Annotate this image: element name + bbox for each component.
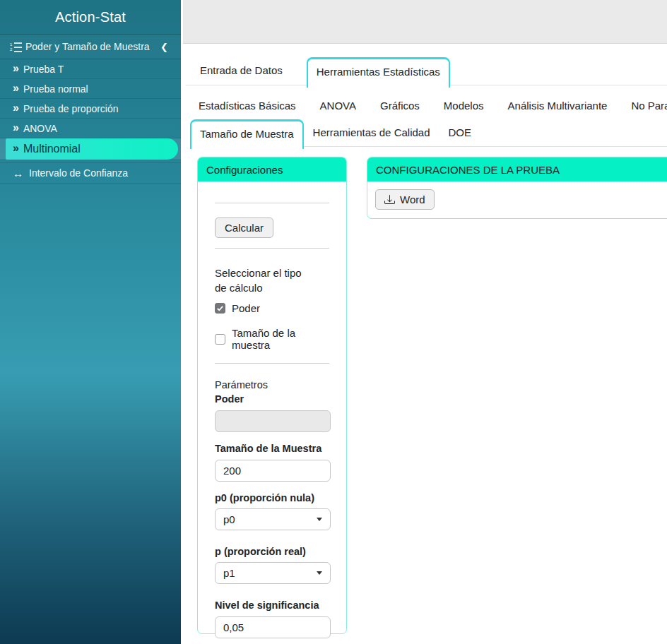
p0-field-label: p0 (proporción nula) [215,492,329,503]
sample-size-field-label: Tamaño de la Muestra [215,443,329,454]
app-title: Action-Stat [0,0,181,35]
tab-tamano-de-muestra[interactable]: Tamaño de Muestra [190,119,304,149]
collapse-chevron-icon[interactable]: ❮ [158,42,171,52]
ordered-list-icon: 1 2 [10,42,22,52]
sidebar-item-label: Intervalo de Confianza [29,167,128,179]
tab-graficos[interactable]: Gráficos [380,95,420,116]
content-area: Entrada de Datos Herramientas Estadístic… [183,44,667,644]
tab-analisis-multivariante[interactable]: Análisis Multivariante [508,95,608,116]
sidebar-item-label: Prueba normal [23,83,88,95]
divider [215,248,329,249]
word-button-label: Word [400,193,425,205]
sample-size-field[interactable] [215,460,331,482]
double-chevron-icon: » [13,102,18,114]
calc-type-label: Seleccionar el tipo de cálculo [215,266,314,295]
power-field-label: Poder [215,393,329,405]
power-field[interactable] [215,410,331,432]
svg-text:1: 1 [10,42,13,46]
left-right-arrow-icon: ↔ [13,168,23,179]
sidebar-item-prueba-normal[interactable]: » Prueba normal [0,79,181,99]
secondary-tabs: Estadísticas Básicas ANOVA Gráficos Mode… [199,95,667,116]
double-chevron-icon: » [13,143,18,154]
main-area: Entrada de Datos Herramientas Estadístic… [181,0,667,644]
p0-select[interactable]: p0 [215,508,331,530]
checkbox-label: Poder [232,302,260,314]
double-chevron-icon: » [13,122,18,133]
parameters-label: Parámetros [215,379,329,390]
divider [215,363,329,364]
results-panel: CONFIGURACIONES DE LA PRUEBA Word [367,157,667,219]
sidebar: Action-Stat 1 2 Poder y Tamaño de Muestr… [0,0,181,644]
tab-doe[interactable]: DOE [439,119,481,146]
checkbox-poder[interactable]: Poder [215,302,329,314]
sidebar-item-label: Prueba de proporción [23,103,119,114]
p1-select[interactable]: p1 [215,562,331,584]
caret-down-icon [317,571,322,575]
sidebar-menu: » Prueba T » Prueba normal » Prueba de p… [0,59,181,184]
p1-select-value: p1 [223,567,235,579]
sidebar-item-prueba-t[interactable]: » Prueba T [0,59,181,79]
tab-entrada-de-datos[interactable]: Entrada de Datos [186,57,297,85]
p0-select-value: p0 [223,513,235,525]
config-panel-title: Configuraciones [198,157,346,181]
checkbox-unchecked-icon[interactable] [215,334,225,345]
sidebar-item-label: Prueba T [23,64,64,75]
sidebar-item-multinomial-selected[interactable]: » Multinomial [6,138,178,160]
svg-text:2: 2 [10,47,13,51]
alpha-field[interactable] [215,616,331,638]
top-gray-bar [183,0,667,44]
sidebar-item-intervalo-de-confianza[interactable]: ↔ Intervalo de Confianza [0,162,181,184]
alpha-field-label: Nivel de significancia [215,600,329,611]
tab-herramientas-estadisticas[interactable]: Herramientas Estadísticas [307,57,450,88]
double-chevron-icon: » [13,63,18,74]
divider [215,203,329,203]
download-icon [384,194,395,205]
p1-field-label: p (proporción real) [215,546,329,557]
sidebar-section-label: Poder y Tamaño de Muestra [25,41,158,52]
checkbox-checked-icon[interactable] [215,303,225,314]
tab-modelos[interactable]: Modelos [444,95,484,116]
tab-estadisticas-basicas[interactable]: Estadísticas Básicas [199,95,296,116]
word-export-button[interactable]: Word [375,189,435,210]
double-chevron-icon: » [13,83,18,94]
tab-herramientas-de-calidad[interactable]: Herramientas de Calidad [304,119,439,146]
sidebar-item-multinomial-row: » Multinomial [0,138,181,160]
sidebar-section-power-sample-size[interactable]: 1 2 Poder y Tamaño de Muestra ❮ [0,35,181,59]
primary-tabs: Entrada de Datos Herramientas Estadístic… [186,57,667,85]
sidebar-item-anova[interactable]: » ANOVA [0,119,181,138]
sidebar-item-prueba-de-proporcion[interactable]: » Prueba de proporción [0,99,181,119]
calculate-button[interactable]: Calcular [215,217,273,238]
tab-no-parametrico[interactable]: No Paramétrico [631,95,667,116]
checkbox-label: Tamaño de la muestra [232,327,329,351]
tab-anova[interactable]: ANOVA [320,95,356,116]
sidebar-item-label: ANOVA [23,123,57,134]
config-panel-body: Calcular Seleccionar el tipo de cálculo … [198,203,346,644]
results-panel-title: CONFIGURACIONES DE LA PRUEBA [367,157,667,181]
tertiary-tabs: Tamaño de Muestra Herramientas de Calida… [190,119,667,147]
checkbox-tamano-de-la-muestra[interactable]: Tamaño de la muestra [215,327,329,351]
caret-down-icon [317,518,322,521]
config-panel: Configuraciones Calcular Seleccionar el … [197,157,347,634]
sidebar-item-label: Multinomial [23,143,81,155]
